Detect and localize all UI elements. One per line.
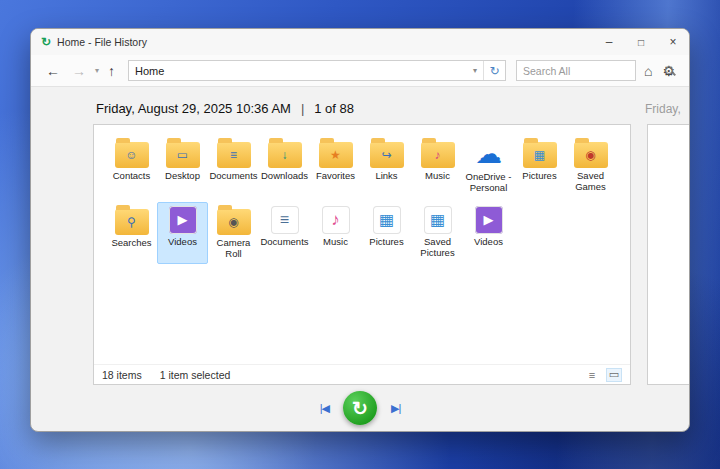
folder-item-label: Searches bbox=[111, 237, 151, 248]
folder-icon: ▭ bbox=[166, 142, 200, 168]
address-input[interactable] bbox=[129, 65, 467, 77]
folder-icon: ⚲ bbox=[115, 209, 149, 235]
back-icon[interactable]: ← bbox=[43, 63, 63, 79]
folder-glyph: ▦ bbox=[379, 212, 394, 228]
item-10-searches[interactable]: ⚲ Searches bbox=[106, 202, 157, 264]
item-6-music[interactable]: ♪ Music bbox=[412, 135, 463, 198]
folder-item-label: Saved Pictures bbox=[414, 236, 461, 259]
folder-glyph: ⚲ bbox=[127, 216, 136, 228]
search-box[interactable] bbox=[516, 60, 636, 81]
folder-glyph: ◉ bbox=[228, 216, 238, 228]
maximize-button[interactable]: □ bbox=[625, 29, 657, 55]
status-bar: 18 items 1 item selected ≡ ▭ bbox=[94, 364, 630, 384]
folder-item-label: Links bbox=[375, 170, 397, 181]
folder-item-label: Favorites bbox=[316, 170, 355, 181]
next-snapshot-date: Friday, bbox=[645, 102, 689, 116]
folder-glyph: ♪ bbox=[435, 149, 441, 161]
forward-icon[interactable]: → bbox=[69, 63, 89, 79]
folder-item-label: Documents bbox=[260, 236, 308, 247]
item-11-videos[interactable]: ▶ Videos bbox=[157, 202, 208, 264]
folder-icon: ☺ bbox=[115, 142, 149, 168]
item-1-desktop[interactable]: ▭ Desktop bbox=[157, 135, 208, 198]
folder-item-label: Music bbox=[323, 236, 348, 247]
folder-glyph: ▶ bbox=[178, 213, 188, 226]
folder-icon: ↓ bbox=[268, 142, 302, 168]
snapshot-date: Friday, August 29, 2025 10:36 AM | 1 of … bbox=[96, 101, 354, 116]
folder-glyph: ☺ bbox=[125, 149, 137, 161]
content-row: ☺ Contacts ▭ Desktop ≡ Documents ↓ Downl… bbox=[31, 124, 689, 385]
folder-glyph: ↪ bbox=[381, 149, 391, 161]
folder-icon: ◉ bbox=[217, 209, 251, 235]
item-17-videos[interactable]: ▶ Videos bbox=[463, 202, 514, 264]
toolbar: ← → ▾ ↑ ▾ ↻ ⌂ ⚙ bbox=[31, 55, 689, 87]
search-icon[interactable] bbox=[664, 65, 676, 77]
folder-item-label: Desktop bbox=[165, 170, 200, 181]
item-12-camera-roll[interactable]: ◉ Camera Roll bbox=[208, 202, 259, 264]
folder-glyph: ☁ bbox=[475, 141, 502, 168]
item-5-links[interactable]: ↪ Links bbox=[361, 135, 412, 198]
file-history-window: ↻ Home - File History – □ × ← → ▾ ↑ ▾ ↻ bbox=[30, 28, 690, 432]
restore-button[interactable]: ↻ bbox=[343, 391, 377, 425]
folder-glyph: ▭ bbox=[177, 149, 188, 161]
folder-icon: ♪ bbox=[421, 142, 455, 168]
date-separator: | bbox=[301, 101, 304, 116]
item-0-contacts[interactable]: ☺ Contacts bbox=[106, 135, 157, 198]
folder-glyph: ▶ bbox=[484, 213, 494, 226]
item-3-downloads[interactable]: ↓ Downloads bbox=[259, 135, 310, 198]
close-button[interactable]: × bbox=[657, 29, 689, 55]
restore-icon: ↻ bbox=[352, 399, 368, 418]
item-16-saved-pictures[interactable]: ▦ Saved Pictures bbox=[412, 202, 463, 264]
history-dropdown-icon[interactable]: ▾ bbox=[95, 66, 99, 75]
file-history-app-icon: ↻ bbox=[41, 36, 51, 48]
folder-icon: ↪ bbox=[370, 142, 404, 168]
up-icon[interactable]: ↑ bbox=[105, 63, 118, 79]
folder-item-label: Contacts bbox=[113, 170, 151, 181]
item-7-onedrive-personal[interactable]: ☁ OneDrive - Personal bbox=[463, 135, 514, 198]
folder-item-label: OneDrive - Personal bbox=[465, 171, 512, 194]
folder-item-label: Camera Roll bbox=[210, 237, 257, 260]
folder-glyph: ▦ bbox=[534, 149, 545, 161]
folder-glyph: ♪ bbox=[331, 211, 340, 228]
titlebar: ↻ Home - File History – □ × bbox=[31, 29, 689, 55]
items-grid: ☺ Contacts ▭ Desktop ≡ Documents ↓ Downl… bbox=[94, 125, 630, 364]
folder-icon: ▶ bbox=[169, 206, 197, 234]
next-snapshot-button[interactable]: ▶| bbox=[391, 402, 400, 415]
folder-item-label: Music bbox=[425, 170, 450, 181]
folder-icon: ▦ bbox=[424, 206, 452, 234]
folder-glyph: ≡ bbox=[230, 149, 237, 161]
item-2-documents[interactable]: ≡ Documents bbox=[208, 135, 259, 198]
folder-icon: ≡ bbox=[271, 206, 299, 234]
items-count: 18 items bbox=[102, 369, 142, 381]
window-controls: – □ × bbox=[593, 29, 689, 55]
window-title: Home - File History bbox=[57, 36, 147, 48]
item-8-pictures[interactable]: ▦ Pictures bbox=[514, 135, 565, 198]
folder-glyph: ★ bbox=[330, 149, 341, 161]
item-9-saved-games[interactable]: ◉ Saved Games bbox=[565, 135, 616, 198]
folder-item-label: Pictures bbox=[369, 236, 403, 247]
next-snapshot-panel[interactable] bbox=[647, 124, 689, 385]
previous-snapshot-button[interactable]: |◀ bbox=[320, 402, 329, 415]
home-icon[interactable]: ⌂ bbox=[642, 63, 654, 79]
item-13-documents[interactable]: ≡ Documents bbox=[259, 202, 310, 264]
snapshot-position: 1 of 88 bbox=[314, 101, 354, 116]
folder-glyph: ↓ bbox=[282, 149, 288, 161]
snapshot-panel: ☺ Contacts ▭ Desktop ≡ Documents ↓ Downl… bbox=[93, 124, 631, 385]
folder-icon: ▶ bbox=[475, 206, 503, 234]
folder-icon: ≡ bbox=[217, 142, 251, 168]
refresh-icon[interactable]: ↻ bbox=[483, 61, 505, 80]
folder-item-label: Videos bbox=[474, 236, 503, 247]
desktop-background: ↻ Home - File History – □ × ← → ▾ ↑ ▾ ↻ bbox=[0, 0, 720, 469]
folder-icon: ☁ bbox=[472, 139, 506, 169]
folder-icon: ▦ bbox=[373, 206, 401, 234]
item-14-music[interactable]: ♪ Music bbox=[310, 202, 361, 264]
folder-glyph: ◉ bbox=[585, 149, 595, 161]
folder-icon: ★ bbox=[319, 142, 353, 168]
thumbnail-view-icon[interactable]: ▭ bbox=[606, 368, 622, 382]
address-bar[interactable]: ▾ ↻ bbox=[128, 60, 506, 81]
item-15-pictures[interactable]: ▦ Pictures bbox=[361, 202, 412, 264]
address-dropdown-icon[interactable]: ▾ bbox=[467, 66, 483, 75]
folder-icon: ▦ bbox=[523, 142, 557, 168]
minimize-button[interactable]: – bbox=[593, 29, 625, 55]
list-view-icon[interactable]: ≡ bbox=[584, 368, 600, 382]
item-4-favorites[interactable]: ★ Favorites bbox=[310, 135, 361, 198]
